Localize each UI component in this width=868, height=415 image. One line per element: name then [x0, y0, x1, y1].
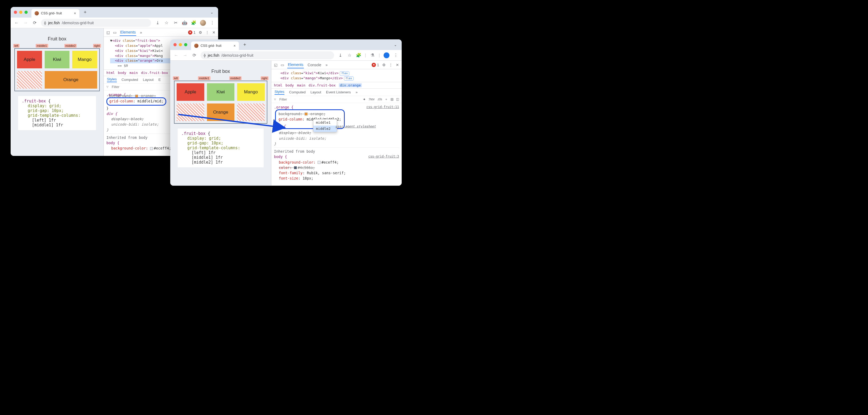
- line-label-middle2: middle2: [64, 44, 77, 47]
- gear-icon[interactable]: ⚙: [382, 63, 386, 67]
- tabs-more[interactable]: »: [356, 90, 358, 94]
- reload-icon[interactable]: ⟳: [191, 53, 197, 58]
- device-toggle-icon[interactable]: ▭: [113, 30, 117, 35]
- close-dot[interactable]: [14, 11, 17, 14]
- traffic-lights[interactable]: [174, 43, 187, 46]
- fruit-grid: Apple Kiwi Mango Orange: [14, 48, 100, 91]
- kebab-menu-icon[interactable]: ⋮: [210, 20, 215, 25]
- cell-mango: Mango: [72, 51, 97, 68]
- tabs-more[interactable]: »: [140, 29, 143, 36]
- robot-icon[interactable]: 🤖: [182, 20, 187, 25]
- forward-icon: →: [23, 21, 28, 25]
- empty-cell: [177, 103, 204, 121]
- install-icon[interactable]: ⤓: [155, 20, 160, 25]
- bookmark-icon[interactable]: ☆: [347, 53, 352, 58]
- site-settings-icon[interactable]: ⟠: [44, 21, 46, 25]
- minimize-dot[interactable]: [179, 43, 182, 46]
- tabs-more[interactable]: »: [325, 62, 328, 68]
- new-tab-button[interactable]: +: [82, 8, 89, 16]
- filter-icon: ⑂: [274, 97, 276, 101]
- error-count[interactable]: ✕1: [188, 30, 195, 35]
- computed-styles-icon[interactable]: ▤: [391, 97, 394, 101]
- grid-line-labels: left middle1 middle2 right: [173, 76, 269, 80]
- hov-toggle[interactable]: :hov: [368, 97, 375, 101]
- styles-rules[interactable]: css-grid-fruit:11 .orange { background: …: [271, 103, 402, 186]
- tab-styles[interactable]: Styles: [275, 90, 284, 95]
- tab-computed[interactable]: Computed: [122, 78, 138, 82]
- traffic-lights[interactable]: [14, 11, 28, 14]
- minimize-dot[interactable]: [19, 11, 22, 14]
- new-tab-button[interactable]: +: [241, 41, 248, 49]
- titlebar: CSS grid- fruit × + ⌄: [11, 7, 218, 18]
- dom-tree[interactable]: <div class="kiwi">Kiwi</div>flex <div cl…: [271, 69, 402, 82]
- kebab-menu-icon[interactable]: ⋮: [393, 53, 399, 58]
- css-selector: .fruit-box: [22, 99, 46, 103]
- inspect-icon[interactable]: ◱: [274, 63, 277, 67]
- inspect-icon[interactable]: ◱: [106, 30, 110, 35]
- source-link[interactable]: css-grid-fruit:3: [368, 154, 399, 159]
- url-domain: jec.fish: [48, 21, 60, 25]
- tab-elements[interactable]: Elements: [120, 29, 136, 36]
- close-devtools-icon[interactable]: ✕: [212, 30, 215, 35]
- new-style-icon[interactable]: ＋: [385, 97, 388, 102]
- url-path: /demo/css-grid-fruit: [62, 21, 94, 25]
- cell-kiwi: Kiwi: [207, 83, 235, 101]
- cell-orange: Orange: [207, 103, 235, 121]
- tab-layout[interactable]: Layout: [310, 90, 321, 94]
- tab-console[interactable]: Console: [307, 62, 321, 68]
- tab-title: CSS grid- fruit: [200, 44, 222, 47]
- tab-styles[interactable]: Styles: [107, 77, 117, 82]
- profile-avatar[interactable]: [383, 53, 390, 58]
- tab-layout[interactable]: Layout: [143, 78, 154, 82]
- cell-apple: Apple: [177, 83, 204, 101]
- page-viewport: Fruit box left middle1 middle2 right App…: [170, 61, 271, 186]
- empty-cell: [17, 71, 42, 89]
- scissors-icon[interactable]: ✂: [173, 20, 178, 25]
- sidebar-toggle-icon[interactable]: ◫: [396, 97, 399, 101]
- zoom-dot[interactable]: [184, 43, 187, 46]
- line-label-left: left: [13, 44, 20, 47]
- favicon-icon: [35, 11, 39, 15]
- browser-tab[interactable]: CSS grid- fruit ×: [191, 41, 239, 50]
- reload-icon[interactable]: ⟳: [32, 20, 37, 25]
- line-label-right: right: [93, 44, 101, 47]
- browser-tab[interactable]: CSS grid- fruit ×: [31, 9, 79, 18]
- url-path: /demo/css-grid-fruit: [222, 53, 253, 58]
- omnibox[interactable]: ⟠ jec.fish/demo/css-grid-fruit: [41, 19, 151, 27]
- tab-menu-chevron-icon[interactable]: ⌄: [209, 10, 215, 14]
- cls-toggle[interactable]: .cls: [377, 97, 382, 101]
- close-devtools-icon[interactable]: ✕: [396, 63, 399, 67]
- extensions-icon[interactable]: 🧩: [191, 20, 196, 25]
- omnibox[interactable]: ⟠ jec.fish/demo/css-grid-fruit: [200, 51, 334, 59]
- tab-menu-chevron-icon[interactable]: ⌄: [392, 43, 399, 47]
- labs-icon[interactable]: ⚗: [370, 53, 375, 58]
- profile-avatar[interactable]: [200, 20, 206, 26]
- site-settings-icon[interactable]: ⟠: [204, 53, 206, 58]
- cell-apple: Apple: [17, 51, 42, 68]
- address-bar: ← → ⟳ ⟠ jec.fish/demo/css-grid-fruit ⤓ ☆…: [11, 18, 218, 28]
- tab-elements[interactable]: Elements: [287, 61, 304, 68]
- autocomplete-item-selected[interactable]: middle2: [313, 126, 337, 132]
- gear-icon[interactable]: ⚙: [199, 30, 202, 35]
- tab-events[interactable]: Event Listeners: [326, 90, 351, 94]
- install-icon[interactable]: ⤓: [338, 53, 343, 58]
- favicon-icon: [194, 44, 198, 48]
- source-link[interactable]: css-grid-fruit:11: [366, 104, 399, 109]
- filter-input[interactable]: [279, 97, 360, 102]
- back-icon[interactable]: ←: [14, 21, 19, 25]
- extensions-icon[interactable]: 🧩: [356, 53, 361, 58]
- close-tab-icon[interactable]: ×: [234, 44, 236, 48]
- breadcrumb[interactable]: html body main div.fruit-box div.orange: [271, 82, 402, 88]
- autocomplete-popover[interactable]: middle1 middle2: [313, 119, 337, 132]
- device-toggle-icon[interactable]: ▭: [281, 63, 284, 67]
- close-tab-icon[interactable]: ×: [74, 11, 76, 15]
- ai-icon[interactable]: ✦: [363, 97, 366, 101]
- error-count[interactable]: ✕1: [372, 63, 379, 67]
- autocomplete-item[interactable]: middle1: [313, 120, 337, 126]
- kebab-icon[interactable]: ⋮: [205, 30, 209, 35]
- zoom-dot[interactable]: [25, 11, 28, 14]
- bookmark-icon[interactable]: ☆: [164, 20, 169, 25]
- kebab-icon[interactable]: ⋮: [389, 63, 393, 67]
- tab-computed[interactable]: Computed: [289, 90, 306, 94]
- close-dot[interactable]: [174, 43, 177, 46]
